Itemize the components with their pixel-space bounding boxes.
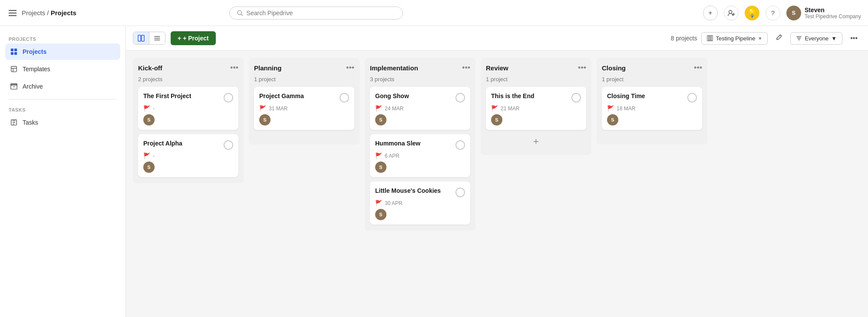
card-title-gong-show: Gong Show <box>375 92 452 100</box>
user-menu[interactable]: S Steven Test Pipedrive Company <box>786 6 861 20</box>
list-view-button[interactable] <box>149 32 165 44</box>
card-header-gong-show: Gong Show <box>375 92 465 102</box>
card-project-gamma[interactable]: Project Gamma 🚩 31 MAR S <box>254 87 354 130</box>
card-circle-closing-time[interactable] <box>687 93 697 102</box>
templates-icon <box>10 65 18 73</box>
toolbar: + + Project 8 projects Testing Pipeline … <box>126 26 868 51</box>
card-first-project[interactable]: The First Project 🚩 - S <box>138 87 238 130</box>
sidebar: PROJECTS Projects Templates <box>0 26 126 317</box>
card-circle-little-mouse[interactable] <box>455 188 465 197</box>
everyone-button[interactable]: Everyone ▼ <box>790 32 842 45</box>
main-content: + + Project 8 projects Testing Pipeline … <box>126 26 868 317</box>
card-footer-project-gamma: S <box>259 114 349 125</box>
card-hummona-slew[interactable]: Hummona Slew 🚩 6 APR S <box>370 134 470 177</box>
card-closing-time[interactable]: Closing Time 🚩 18 MAR S <box>602 87 702 130</box>
breadcrumb-current[interactable]: Projects <box>51 9 76 17</box>
card-gong-show[interactable]: Gong Show 🚩 24 MAR S <box>370 87 470 130</box>
add-card-btn-review[interactable]: + <box>486 134 586 149</box>
card-avatar-hummona-slew: S <box>375 162 386 173</box>
card-footer-project-alpha: S <box>143 162 233 173</box>
col-more-review[interactable]: ••• <box>578 64 586 72</box>
sidebar-item-templates[interactable]: Templates <box>5 61 120 77</box>
search-bar[interactable] <box>229 7 403 20</box>
card-meta-little-mouse: 🚩 30 APR <box>375 200 465 206</box>
everyone-chevron: ▼ <box>831 35 837 42</box>
col-more-closing[interactable]: ••• <box>694 64 702 72</box>
flag-icon-first-project: 🚩 <box>143 105 150 112</box>
card-little-mouse[interactable]: Little Mouse's Cookies 🚩 30 APR S <box>370 182 470 225</box>
card-avatar-project-gamma: S <box>259 114 271 125</box>
card-title-project-alpha: Project Alpha <box>143 139 220 147</box>
archive-icon <box>10 82 18 91</box>
col-header-review: Review ••• <box>486 64 586 72</box>
svg-rect-5 <box>11 49 13 51</box>
toolbar-right: 8 projects Testing Pipeline ▼ <box>671 31 861 45</box>
plus-icon: + <box>708 9 712 17</box>
card-header-this-is-the-end: This is the End <box>491 92 581 102</box>
sidebar-item-archive[interactable]: Archive <box>5 78 120 95</box>
add-people-button[interactable] <box>724 6 739 20</box>
svg-rect-6 <box>14 49 17 51</box>
col-more-planning[interactable]: ••• <box>346 64 354 72</box>
card-circle-project-alpha[interactable] <box>224 140 233 150</box>
sidebar-item-tasks[interactable]: Tasks <box>5 114 120 131</box>
card-circle-hummona-slew[interactable] <box>455 140 465 150</box>
search-input[interactable] <box>247 10 396 17</box>
card-title-little-mouse: Little Mouse's Cookies <box>375 187 452 195</box>
card-project-alpha[interactable]: Project Alpha 🚩 - S <box>138 134 238 177</box>
card-header-project-gamma: Project Gamma <box>259 92 349 102</box>
card-circle-project-gamma[interactable] <box>340 93 349 102</box>
col-count-kickoff: 2 projects <box>138 76 238 83</box>
sidebar-item-projects[interactable]: Projects <box>5 43 120 60</box>
projects-section-label: PROJECTS <box>5 33 120 43</box>
pipeline-label: Testing Pipeline <box>716 35 755 42</box>
card-date-project-gamma: 31 MAR <box>269 106 287 112</box>
card-title-first-project: The First Project <box>143 92 220 100</box>
topnav-left: Projects / Projects <box>7 8 76 18</box>
column-closing: Closing ••• 1 project Closing Time 🚩 18 … <box>597 58 707 145</box>
filter-icon <box>796 35 802 41</box>
card-footer-gong-show: S <box>375 114 465 125</box>
breadcrumb-base[interactable]: Projects / <box>22 9 51 17</box>
card-circle-first-project[interactable] <box>224 93 233 102</box>
menu-icon[interactable] <box>7 8 18 18</box>
card-avatar-little-mouse: S <box>375 209 386 220</box>
card-this-is-the-end[interactable]: This is the End 🚩 21 MAR S <box>486 87 586 130</box>
card-header-closing-time: Closing Time <box>607 92 697 102</box>
topnav: Projects / Projects + 💡 ? <box>0 0 868 26</box>
add-person-icon <box>727 9 735 17</box>
svg-rect-13 <box>138 35 141 41</box>
tips-button[interactable]: 💡 <box>745 6 759 20</box>
breadcrumb: Projects / Projects <box>22 9 76 17</box>
avatar: S <box>786 6 801 20</box>
card-footer-first-project: S <box>143 114 233 125</box>
card-meta-project-alpha: 🚩 - <box>143 152 233 159</box>
board-view-button[interactable] <box>133 32 149 44</box>
add-project-icon: + <box>178 35 181 42</box>
column-planning: Planning ••• 1 project Project Gamma 🚩 3… <box>249 58 360 145</box>
col-more-kickoff[interactable]: ••• <box>230 64 238 72</box>
col-count-review: 1 project <box>486 76 586 83</box>
edit-button[interactable] <box>772 31 786 45</box>
card-meta-gong-show: 🚩 24 MAR <box>375 105 465 112</box>
card-footer-this-is-the-end: S <box>491 114 581 125</box>
card-avatar-closing-time: S <box>607 114 618 125</box>
svg-rect-15 <box>707 36 709 41</box>
card-circle-this-is-the-end[interactable] <box>571 93 581 102</box>
add-project-button[interactable]: + + Project <box>171 31 216 45</box>
add-button[interactable]: + <box>703 6 718 20</box>
card-date-little-mouse: 30 APR <box>385 200 403 206</box>
card-date-gong-show: 24 MAR <box>385 106 403 112</box>
card-circle-gong-show[interactable] <box>455 93 465 102</box>
sidebar-divider <box>9 99 117 99</box>
help-button[interactable]: ? <box>766 6 780 20</box>
user-text: Steven Test Pipedrive Company <box>805 7 861 20</box>
svg-rect-7 <box>11 52 13 55</box>
card-title-hummona-slew: Hummona Slew <box>375 139 452 147</box>
pipeline-button[interactable]: Testing Pipeline ▼ <box>701 32 768 45</box>
card-meta-hummona-slew: 🚩 6 APR <box>375 152 465 159</box>
col-more-implementation[interactable]: ••• <box>462 64 470 72</box>
card-footer-hummona-slew: S <box>375 162 465 173</box>
flag-icon-this-is-the-end: 🚩 <box>491 105 498 112</box>
more-button[interactable]: ••• <box>847 32 861 45</box>
